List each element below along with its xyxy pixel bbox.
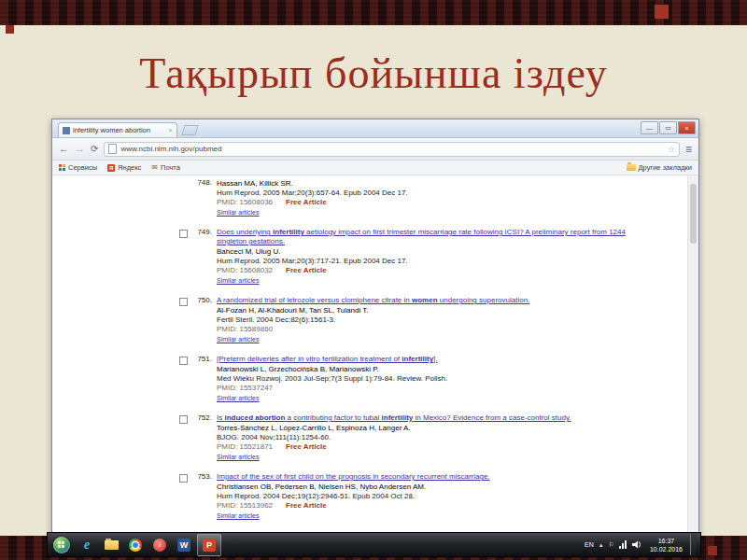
taskbar-explorer-icon[interactable]: [100, 535, 122, 555]
other-bookmarks[interactable]: Другие закладки: [627, 163, 692, 172]
yandex-icon: Я: [107, 164, 115, 172]
window-controls: — ▭ ×: [641, 121, 696, 134]
result-item: 748.Hassan MA, Killick SR.Hum Reprod. 20…: [179, 178, 639, 217]
result-title-link[interactable]: A randomized trial of letrozole versus c…: [217, 296, 639, 305]
result-title-text: infertility: [273, 228, 304, 236]
slide-accent-square-bottom: [708, 546, 717, 555]
slide-border-top: [0, 0, 747, 25]
mail-icon: ✉: [151, 164, 158, 172]
tab-title: infertility women abortion: [73, 126, 165, 134]
result-journal: Hum Reprod. 2004 Dec;19(12):2946-51. Epu…: [217, 492, 639, 501]
taskbar-chrome-icon[interactable]: [124, 535, 147, 555]
result-pmid-line: PMID: 15521871Free Article: [217, 442, 639, 452]
bookmark-services[interactable]: Сервисы: [59, 163, 97, 172]
bookmarks-bar: Сервисы Я Яндекс ✉ Почта Другие закладки: [52, 161, 698, 175]
result-checkbox[interactable]: [179, 357, 188, 365]
browser-window: infertility women abortion × — ▭ × ← → ⟳…: [51, 119, 699, 534]
result-body: Hassan MA, Killick SR.Hum Reprod. 2005 M…: [217, 178, 639, 217]
browser-tab[interactable]: infertility women abortion ×: [58, 122, 177, 137]
taskbar-clock[interactable]: 16:37 10.02.2016: [650, 537, 683, 553]
tab-close-icon[interactable]: ×: [168, 126, 173, 134]
other-bookmarks-label: Другие закладки: [639, 163, 692, 172]
result-pmid-line: PMID: 15513962Free Article: [217, 501, 639, 511]
result-pmid-line: PMID: 15608036Free Article: [217, 198, 639, 207]
result-authors: Torres-Sánchez L, López-Carrillo L, Espi…: [217, 424, 639, 433]
bookmark-star-icon[interactable]: ☆: [668, 145, 675, 154]
result-title-link[interactable]: Does underlying infertility aetiology im…: [217, 228, 639, 246]
slide-accent-square-left: [6, 25, 14, 34]
result-authors: Bahceci M, Ulug U.: [217, 247, 639, 257]
clock-date: 10.02.2016: [650, 545, 683, 553]
result-body: Impact of the sex of first child on the …: [217, 472, 639, 521]
taskbar-media-player-icon[interactable]: ♪: [148, 535, 171, 555]
similar-articles-link[interactable]: Similar articles: [217, 453, 260, 462]
bookmark-yandex[interactable]: Я Яндекс: [107, 163, 141, 172]
result-checkbox[interactable]: [179, 415, 188, 424]
scrollbar[interactable]: [687, 175, 698, 534]
result-authors: Hassan MA, Killick SR.: [217, 179, 639, 189]
taskbar-word-icon[interactable]: W: [173, 535, 195, 555]
free-article-label: Free Article: [286, 442, 327, 452]
result-title-link[interactable]: Is induced abortion a contributing facto…: [217, 413, 639, 423]
start-button[interactable]: [53, 537, 70, 553]
similar-articles-link[interactable]: Similar articles: [217, 208, 260, 217]
forward-icon[interactable]: →: [75, 144, 85, 154]
new-tab-button[interactable]: [181, 125, 199, 135]
menu-icon[interactable]: ≡: [685, 144, 692, 155]
result-title-link[interactable]: [Preterm deliveries after in vitro ferti…: [217, 355, 639, 364]
maximize-button[interactable]: ▭: [659, 121, 677, 134]
similar-articles-link[interactable]: Similar articles: [217, 511, 260, 521]
result-title-text: infertility: [382, 413, 414, 422]
back-icon[interactable]: ←: [59, 144, 69, 154]
result-title-text: a contributing factor to tubal: [285, 413, 381, 422]
similar-articles-link[interactable]: Similar articles: [217, 276, 260, 286]
tray-expand-icon[interactable]: ▲: [599, 542, 604, 548]
result-journal: BJOG. 2004 Nov;111(11):1254-60.: [217, 433, 639, 442]
result-number: 749.: [193, 228, 212, 286]
results-list: 748.Hassan MA, Killick SR.Hum Reprod. 20…: [179, 178, 639, 531]
result-pmid-line: PMID: 15589860: [217, 325, 639, 334]
slide-title: Тақырып бойынша іздеу: [0, 49, 747, 98]
browser-titlebar: infertility women abortion × — ▭ ×: [52, 119, 698, 138]
result-pmid: PMID: 15537247: [217, 384, 273, 393]
result-pmid-line: PMID: 15537247: [217, 384, 639, 393]
result-journal: Fertil Steril. 2004 Dec;82(6):1561-3.: [217, 315, 639, 325]
language-indicator[interactable]: EN: [585, 541, 594, 548]
result-number: 752.: [193, 413, 212, 462]
result-checkbox[interactable]: [179, 298, 188, 306]
result-title-link[interactable]: Impact of the sex of first child on the …: [217, 472, 639, 482]
result-checkbox[interactable]: [179, 474, 188, 483]
page-content: 748.Hassan MA, Killick SR.Hum Reprod. 20…: [52, 175, 698, 534]
minimize-button[interactable]: —: [641, 121, 658, 134]
folder-icon: [627, 164, 636, 171]
close-button[interactable]: ×: [678, 121, 696, 134]
result-item: 752.Is induced abortion a contributing f…: [179, 413, 639, 462]
result-title-text: A randomized trial of letrozole versus c…: [217, 296, 412, 304]
address-bar[interactable]: www.ncbi.nlm.nih.gov/pubmed ☆: [104, 142, 680, 157]
result-item: 751.[Preterm deliveries after in vitro f…: [179, 355, 639, 403]
bookmark-label: Сервисы: [68, 163, 97, 172]
result-authors: Al-Fozan H, Al-Khadouri M, Tan SL, Tulan…: [217, 306, 639, 315]
network-icon[interactable]: [619, 540, 627, 550]
result-body: [Preterm deliveries after in vitro ferti…: [217, 355, 639, 403]
result-number: 753.: [193, 472, 212, 521]
result-authors: Marianowski L, Grzechocińska B, Marianow…: [217, 365, 639, 374]
result-pmid-line: PMID: 15608032Free Article: [217, 266, 639, 275]
result-title-text: induced abortion: [224, 413, 285, 422]
bookmark-mail[interactable]: ✉ Почта: [151, 163, 180, 172]
taskbar-powerpoint-icon[interactable]: P: [197, 534, 221, 556]
result-checkbox[interactable]: [179, 230, 188, 238]
result-number: 750.: [193, 296, 212, 344]
similar-articles-link[interactable]: Similar articles: [217, 394, 260, 403]
apps-grid-icon: [59, 164, 65, 171]
result-title-text: women: [412, 296, 438, 304]
scrollbar-thumb[interactable]: [690, 184, 697, 244]
taskbar-ie-icon[interactable]: e: [76, 535, 98, 555]
url-text: www.ncbi.nlm.nih.gov/pubmed: [120, 145, 664, 153]
result-journal: Hum Reprod. 2005 Mar;20(3):657-64. Epub …: [217, 189, 639, 198]
action-center-icon[interactable]: ⚐: [609, 541, 614, 549]
show-desktop-button[interactable]: [690, 534, 697, 555]
reload-icon[interactable]: ⟳: [91, 145, 98, 154]
volume-icon[interactable]: [632, 540, 642, 550]
similar-articles-link[interactable]: Similar articles: [217, 335, 260, 344]
